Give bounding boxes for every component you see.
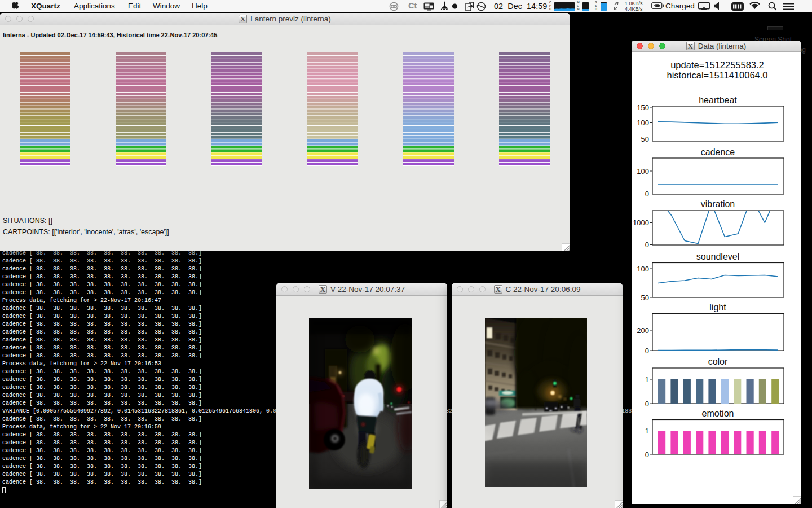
svg-text:0: 0 bbox=[645, 347, 649, 355]
svg-text:100: 100 bbox=[637, 119, 649, 127]
svg-text:light: light bbox=[709, 303, 726, 312]
svg-text:1: 1 bbox=[645, 375, 649, 384]
svg-text:150: 150 bbox=[637, 103, 649, 112]
svg-text:0: 0 bbox=[645, 240, 649, 249]
svg-text:1000: 1000 bbox=[633, 218, 649, 227]
svg-text:50: 50 bbox=[641, 294, 649, 302]
svg-text:heartbeat: heartbeat bbox=[699, 95, 737, 105]
svg-text:1: 1 bbox=[645, 427, 649, 435]
svg-text:historical=1511410064.0: historical=1511410064.0 bbox=[667, 70, 767, 80]
svg-text:0: 0 bbox=[645, 400, 649, 408]
svg-text:0: 0 bbox=[645, 190, 649, 198]
svg-text:vibration: vibration bbox=[701, 199, 735, 209]
svg-text:update=1512255583.2: update=1512255583.2 bbox=[670, 60, 764, 70]
svg-text:color: color bbox=[708, 357, 728, 366]
svg-text:100: 100 bbox=[637, 167, 649, 176]
svg-text:200: 200 bbox=[637, 326, 649, 335]
svg-text:100: 100 bbox=[637, 265, 649, 273]
svg-text:0: 0 bbox=[645, 450, 649, 459]
svg-text:50: 50 bbox=[641, 135, 649, 143]
svg-text:soundlevel: soundlevel bbox=[696, 252, 740, 261]
svg-text:cadence: cadence bbox=[701, 147, 735, 157]
svg-text:emotion: emotion bbox=[702, 409, 734, 418]
